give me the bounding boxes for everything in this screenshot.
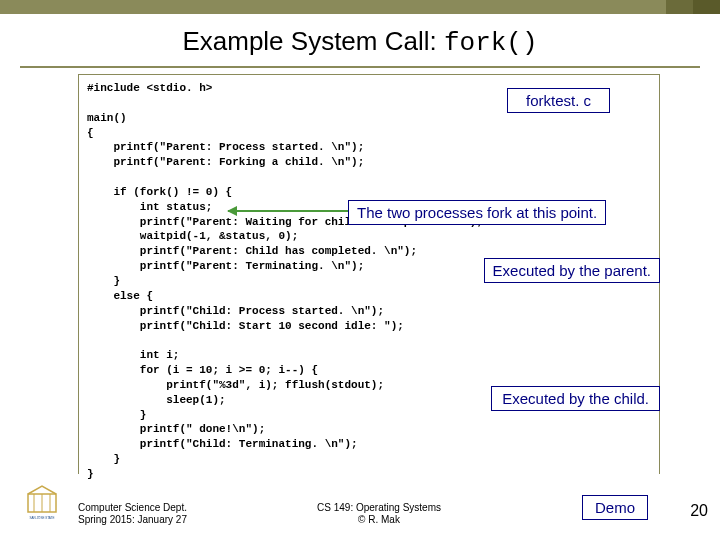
title-text: Example System Call: — [182, 26, 444, 56]
slide-accent-bar — [0, 0, 720, 14]
footer-course: CS 149: Operating Systems — [317, 502, 441, 514]
footer-copyright: © R. Mak — [317, 514, 441, 526]
slide-footer: Computer Science Dept. Spring 2015: Janu… — [78, 502, 680, 526]
university-logo: SAN JOSE STATE — [22, 484, 62, 520]
page-number: 20 — [690, 502, 708, 520]
annotation-child: Executed by the child. — [491, 386, 660, 411]
title-code: fork() — [444, 28, 538, 58]
footer-dept: Computer Science Dept. — [78, 502, 187, 514]
title-underline — [20, 66, 700, 68]
footer-date: Spring 2015: January 27 — [78, 514, 187, 526]
footer-left: Computer Science Dept. Spring 2015: Janu… — [78, 502, 187, 526]
filename-label: forktest. c — [507, 88, 610, 113]
fork-arrow — [228, 210, 348, 212]
annotation-parent: Executed by the parent. — [484, 258, 660, 283]
svg-text:SAN JOSE STATE: SAN JOSE STATE — [30, 516, 55, 520]
footer-center: CS 149: Operating Systems © R. Mak — [317, 502, 441, 526]
annotation-fork: The two processes fork at this point. — [348, 200, 606, 225]
slide-title: Example System Call: fork() — [0, 14, 720, 66]
